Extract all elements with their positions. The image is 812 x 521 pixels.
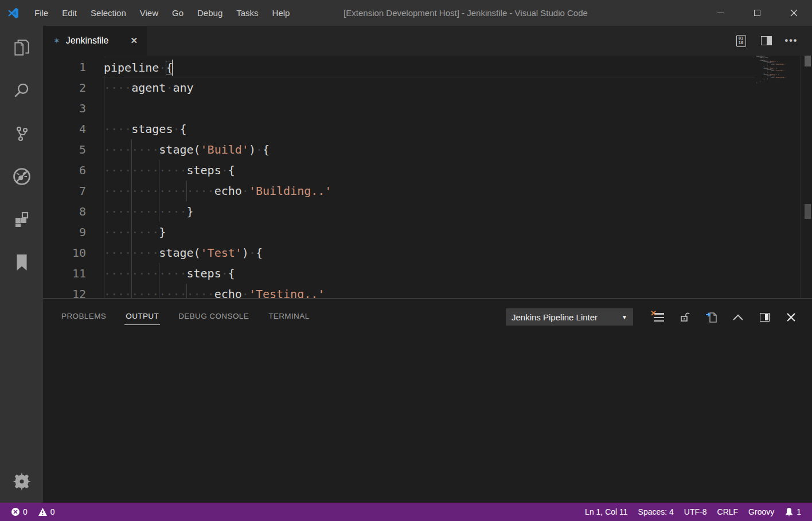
notifications-bell[interactable]: 1 [779,503,806,521]
menu-file[interactable]: File [28,0,55,26]
indent-guide [159,263,159,284]
tab-bar: ✶ Jenkinsfile ✕ 0110 ••• [43,26,812,56]
warnings-status[interactable]: 0 [33,503,60,521]
code-line[interactable] [104,98,755,119]
code-token: stage( [159,143,200,156]
more-actions-button[interactable]: ••• [779,26,804,56]
panel-tab-problems[interactable]: PROBLEMS [60,308,107,326]
indent-guide [131,139,132,160]
open-log-file-button[interactable] [698,305,725,328]
overview-ruler[interactable] [800,56,812,298]
code-token: 'Build' [201,143,249,156]
code-token: } [187,205,194,218]
maximize-button[interactable] [739,0,775,26]
code-editor[interactable]: 123456789101112131415161718192021 pipeli… [43,56,812,298]
output-channel-select[interactable]: Jenkins Pipeline Linter ▼ [506,308,633,326]
sidebar-item-extensions[interactable] [0,198,43,241]
status-item[interactable]: Groovy [743,503,779,521]
close-panel-button[interactable] [778,305,804,328]
status-item[interactable]: Ln 1, Col 11 [580,503,633,521]
menu-view[interactable]: View [133,0,165,26]
code-line[interactable]: ········} [104,222,755,242]
status-item[interactable]: CRLF [712,503,744,521]
scrollbar-thumb[interactable] [805,56,811,66]
code-token: { [778,74,779,76]
sidebar-item-debug-disabled[interactable] [0,155,43,198]
code-line[interactable]: ················echo·'Testing..' [104,284,755,298]
whitespace-dots: · [242,184,249,198]
close-button[interactable] [775,0,812,26]
indent-guide [159,181,159,201]
code-line[interactable]: ····agent·any [104,77,755,98]
menu-tasks[interactable]: Tasks [229,0,265,26]
sidebar-item-explorer[interactable] [0,26,43,69]
indent-guide [104,160,104,181]
code-token: stages [131,122,173,136]
code-token: echo [214,287,242,298]
code-token: { [228,163,235,177]
indent-guide [104,181,104,201]
status-item[interactable]: UTF-8 [679,503,712,521]
binary-file-button[interactable]: 0110 [728,26,754,56]
code-token: } [760,81,761,83]
code-token: ) [242,246,249,260]
code-token: ) [249,143,256,156]
indent-guide [104,201,104,222]
split-editor-button[interactable] [754,26,779,56]
tab-jenkinsfile[interactable]: ✶ Jenkinsfile ✕ [43,26,147,56]
whitespace-dots: · [173,122,179,136]
code-content[interactable]: pipeline·{····agent·any····stages·{·····… [104,57,755,298]
line-number: 1 [43,57,86,77]
whitespace-dots: · [166,81,173,95]
status-item[interactable]: Spaces: 4 [633,503,679,521]
vscode-logo-icon [7,7,19,19]
window-controls [702,0,812,26]
minimap[interactable]: pipeline·{····agent·any····stages·{·····… [755,56,800,298]
settings-button[interactable] [0,460,43,503]
sidebar-item-source-control[interactable] [0,112,43,155]
panel-position-button[interactable] [751,305,778,328]
status-right: Ln 1, Col 11Spaces: 4UTF-8CRLFGroovy 1 [580,503,812,521]
indent-guide [159,160,159,181]
code-line[interactable]: ············} [104,201,755,222]
indent-guide [131,222,132,242]
panel-tab-debug-console[interactable]: DEBUG CONSOLE [177,308,250,326]
menu-go[interactable]: Go [165,0,190,26]
lock-scrolling-button[interactable] [672,305,698,328]
panel-header: PROBLEMSOUTPUTDEBUG CONSOLETERMINAL Jenk… [43,299,812,335]
panel-tab-terminal[interactable]: TERMINAL [267,308,310,326]
line-number: 11 [43,263,86,284]
code-line[interactable]: ············steps·{ [104,160,755,181]
code-token: } [756,82,758,84]
maximize-icon [754,10,760,16]
close-panel-icon [787,313,795,322]
code-line[interactable]: ········stage('Build')·{ [104,139,755,160]
code-line[interactable]: pipeline·{ [104,57,755,77]
maximize-panel-button[interactable] [725,305,751,328]
panel-tab-output[interactable]: OUTPUT [124,308,160,326]
code-token: } [767,72,768,73]
line-number: 9 [43,222,86,242]
code-line[interactable]: ············steps·{ [104,263,755,284]
menu-selection[interactable]: Selection [84,0,133,26]
code-line[interactable]: ················echo·'Building..' [104,181,755,201]
clear-output-button[interactable]: ✕ [646,305,672,328]
code-line[interactable]: ····stages·{ [104,119,755,139]
menu-edit[interactable]: Edit [55,0,84,26]
indent-guide [104,98,104,119]
indent-guide [131,284,132,298]
menu-help[interactable]: Help [266,0,297,26]
code-line[interactable]: ········stage('Test')·{ [104,242,755,263]
minimize-button[interactable] [702,0,739,26]
panel-tabs: PROBLEMSOUTPUTDEBUG CONSOLETERMINAL [60,308,328,326]
indent-guide [131,242,132,263]
warning-icon [38,507,48,516]
sidebar-item-bookmarks[interactable] [0,241,43,284]
problems-status[interactable]: 0 [6,503,33,521]
menu-debug[interactable]: Debug [190,0,229,26]
code-token: 'Testing..' [775,70,785,72]
tab-close-icon[interactable]: ✕ [128,34,140,47]
output-content[interactable] [43,335,812,503]
sidebar-item-search[interactable] [0,69,43,112]
code-token: 'Building..' [775,64,786,65]
